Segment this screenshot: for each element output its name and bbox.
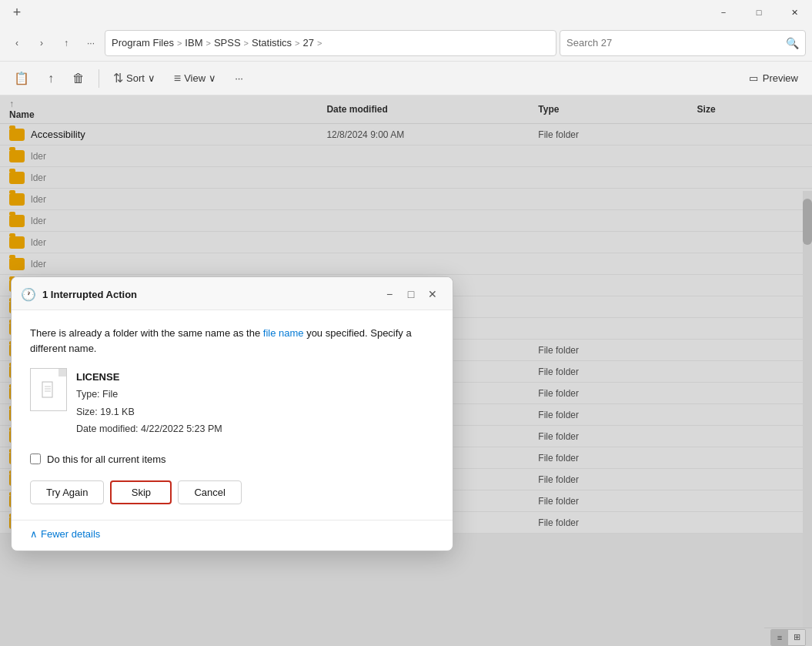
new-folder-button[interactable]: 📋 <box>6 66 37 91</box>
interrupted-action-dialog: 🕐 1 Interrupted Action − □ ✕ There is al… <box>11 276 453 551</box>
file-detail-type: Type: File <box>76 386 222 403</box>
dialog-message: There is already a folder with the same … <box>30 326 434 356</box>
fewer-details-label: Fewer details <box>41 528 100 540</box>
more-icon: ··· <box>235 72 243 84</box>
sort-chevron: ∨ <box>148 72 155 84</box>
address-bar: ‹ › ↑ ··· Program Files > IBM > SPSS > S… <box>0 25 812 62</box>
cancel-button[interactable]: Cancel <box>178 480 241 504</box>
file-large-icon <box>30 368 67 411</box>
preview-label: Preview <box>763 72 798 84</box>
more-options-button[interactable]: ··· <box>227 66 251 91</box>
file-area: ↑ Name Date modified Type Size Accessibi… <box>0 95 812 646</box>
share-button[interactable]: ↑ <box>40 66 62 91</box>
breadcrumb-spss[interactable]: SPSS <box>214 37 241 49</box>
dialog-title-bar: 🕐 1 Interrupted Action − □ ✕ <box>12 277 453 310</box>
window-controls: − □ ✕ <box>706 0 812 25</box>
breadcrumb-program-files[interactable]: Program Files <box>112 37 174 49</box>
dialog-minimize-button[interactable]: − <box>379 285 400 303</box>
fewer-details-chevron: ∧ <box>30 528 38 540</box>
breadcrumb-sep-2: > <box>206 38 210 48</box>
dialog-buttons: Try Again Skip Cancel <box>30 480 434 504</box>
main-content: ‹ › ↑ ··· Program Files > IBM > SPSS > S… <box>0 25 812 646</box>
skip-button[interactable]: Skip <box>110 480 172 504</box>
sort-label: Sort <box>126 72 145 84</box>
up-button[interactable]: ↑ <box>55 32 77 54</box>
breadcrumb-ibm[interactable]: IBM <box>185 37 202 49</box>
view-icon: ≡ <box>174 72 181 85</box>
breadcrumb-sep-1: > <box>177 38 182 48</box>
file-detail-size: Size: 19.1 KB <box>76 403 222 421</box>
breadcrumb-sep-3: > <box>244 38 249 48</box>
dialog-body: There is already a folder with the same … <box>12 310 453 520</box>
breadcrumb-sep-4: > <box>295 38 299 48</box>
file-detail-name: LICENSE <box>76 368 222 386</box>
dialog-highlight-text: file name <box>263 327 304 339</box>
dialog-title-text: 1 Interrupted Action <box>42 289 379 300</box>
dialog-clock-icon: 🕐 <box>21 286 36 302</box>
delete-icon: 🗑 <box>72 72 85 85</box>
breadcrumb[interactable]: Program Files > IBM > SPSS > Statistics … <box>105 30 556 56</box>
dialog-footer: ∧ Fewer details <box>12 520 453 551</box>
preview-button[interactable]: ▭ Preview <box>741 66 806 91</box>
sort-icon: ⇅ <box>113 71 123 85</box>
breadcrumb-27[interactable]: 27 <box>303 37 314 49</box>
do-for-all-label: Do this for all current items <box>47 454 166 465</box>
close-button[interactable]: ✕ <box>777 0 812 25</box>
back-button[interactable]: ‹ <box>6 32 28 54</box>
svg-rect-0 <box>42 382 52 397</box>
dialog-close-button[interactable]: ✕ <box>422 285 443 303</box>
file-info-box: LICENSE Type: File Size: 19.1 KB Date mo… <box>30 368 434 438</box>
title-bar: + − □ ✕ <box>0 0 812 25</box>
file-details: LICENSE Type: File Size: 19.1 KB Date mo… <box>76 368 222 438</box>
preview-icon: ▭ <box>749 72 758 84</box>
try-again-button[interactable]: Try Again <box>30 480 104 504</box>
dialog-maximize-button[interactable]: □ <box>400 285 422 303</box>
new-tab-button[interactable]: + <box>3 0 31 25</box>
minimize-button[interactable]: − <box>706 0 741 25</box>
search-input[interactable] <box>566 37 781 49</box>
fewer-details-button[interactable]: ∧ Fewer details <box>30 528 100 540</box>
file-document-icon <box>41 380 56 399</box>
share-icon: ↑ <box>48 72 54 85</box>
more-nav-button[interactable]: ··· <box>80 32 102 54</box>
forward-button[interactable]: › <box>31 32 52 54</box>
file-detail-date: Date modified: 4/22/2022 5:23 PM <box>76 420 222 438</box>
breadcrumb-sep-5: > <box>317 38 322 48</box>
toolbar: 📋 ↑ 🗑 ⇅ Sort ∨ ≡ View ∨ ··· ▭ Preview <box>0 62 812 95</box>
do-for-all-checkbox[interactable] <box>30 454 41 464</box>
search-box[interactable]: 🔍 <box>560 30 806 56</box>
view-chevron: ∨ <box>209 72 216 84</box>
view-label: View <box>184 72 206 84</box>
breadcrumb-statistics[interactable]: Statistics <box>252 37 292 49</box>
sort-button[interactable]: ⇅ Sort ∨ <box>105 66 163 91</box>
view-button[interactable]: ≡ View ∨ <box>166 66 224 91</box>
checkbox-row: Do this for all current items <box>30 454 434 465</box>
toolbar-right: ▭ Preview <box>741 66 806 91</box>
new-folder-icon: 📋 <box>14 71 29 85</box>
toolbar-divider <box>99 69 99 88</box>
delete-button[interactable]: 🗑 <box>65 66 92 91</box>
maximize-button[interactable]: □ <box>741 0 777 25</box>
search-icon-button[interactable]: 🔍 <box>786 37 799 49</box>
